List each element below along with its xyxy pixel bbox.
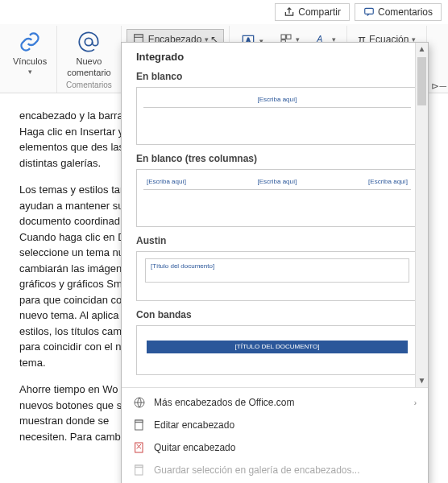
- style-blank3-title: En blanco (tres columnas): [136, 153, 418, 164]
- placeholder-text: [Escriba aquí]: [368, 178, 408, 185]
- gallery-scrollbar[interactable]: ▲ ▼: [415, 43, 428, 387]
- style-bands-preview[interactable]: [TÍTULO DEL DOCUMENTO]: [136, 325, 418, 375]
- edit-icon: [133, 419, 146, 431]
- save-selection-label: Guardar selección en galería de encabeza…: [154, 464, 360, 476]
- remove-icon: [133, 441, 146, 454]
- svg-rect-3: [134, 35, 143, 37]
- comments-label: Comentarios: [378, 6, 433, 18]
- save-selection-item: Guardar selección en galería de encabeza…: [122, 459, 428, 481]
- style-bands-title: Con bandas: [136, 309, 418, 320]
- links-group: Vínculos ▾: [3, 26, 57, 93]
- bands-placeholder: [TÍTULO DEL DOCUMENTO]: [147, 341, 408, 353]
- svg-rect-13: [135, 443, 143, 452]
- gallery-section-title: Integrado: [136, 51, 418, 63]
- style-austin-preview[interactable]: [Título del documento]: [136, 251, 418, 301]
- svg-rect-0: [365, 8, 374, 14]
- svg-rect-15: [135, 465, 143, 468]
- placeholder-text: [Escriba aquí]: [258, 96, 297, 103]
- chevron-down-icon: ▾: [28, 68, 32, 76]
- header-gallery-flyout: Integrado En blanco [Escriba aquí] En bl…: [121, 42, 429, 483]
- pin-icon[interactable]: ⊳─: [431, 80, 446, 92]
- style-blank3-preview[interactable]: [Escriba aquí] [Escriba aquí] [Escriba a…: [136, 169, 418, 227]
- links-label: Vínculos: [13, 56, 47, 66]
- new-comment-label2: comentario: [67, 68, 110, 77]
- share-label: Compartir: [298, 6, 341, 18]
- austin-placeholder: [Título del documento]: [145, 258, 409, 283]
- more-headers-label: Más encabezados de Office.com: [154, 397, 295, 408]
- chevron-right-icon: ›: [414, 398, 417, 407]
- links-button[interactable]: Vínculos ▾: [11, 27, 48, 77]
- style-blank-preview[interactable]: [Escriba aquí]: [136, 87, 418, 145]
- comments-group: Nuevo comentario Comentarios: [57, 26, 121, 93]
- scroll-up-icon[interactable]: ▲: [416, 43, 428, 56]
- edit-header-label: Editar encabezado: [154, 419, 234, 431]
- share-icon: [284, 6, 295, 18]
- svg-rect-6: [281, 35, 285, 39]
- share-button[interactable]: Compartir: [275, 3, 350, 21]
- scroll-down-icon[interactable]: ▼: [416, 374, 428, 387]
- scroll-thumb[interactable]: [417, 57, 426, 105]
- svg-rect-7: [287, 35, 291, 39]
- globe-icon: [133, 396, 146, 409]
- at-icon: [76, 29, 102, 55]
- new-comment-label1: Nuevo: [77, 56, 102, 66]
- placeholder-text: [Escriba aquí]: [147, 178, 186, 185]
- link-icon: [17, 29, 43, 55]
- style-blank-title: En blanco: [136, 71, 418, 82]
- edit-header-item[interactable]: Editar encabezado: [122, 414, 428, 436]
- svg-rect-12: [135, 420, 143, 423]
- comments-group-title: Comentarios: [66, 80, 112, 89]
- more-headers-item[interactable]: Más encabezados de Office.com ›: [122, 391, 428, 414]
- comment-icon: [363, 6, 375, 18]
- comments-button[interactable]: Comentarios: [355, 3, 442, 21]
- placeholder-text: [Escriba aquí]: [258, 178, 297, 185]
- new-comment-button[interactable]: Nuevo comentario: [65, 27, 112, 79]
- style-austin-title: Austin: [136, 235, 418, 246]
- remove-header-item[interactable]: Quitar encabezado: [122, 436, 428, 459]
- remove-header-label: Quitar encabezado: [154, 442, 235, 453]
- save-gallery-icon: [133, 464, 146, 477]
- svg-point-1: [85, 38, 93, 45]
